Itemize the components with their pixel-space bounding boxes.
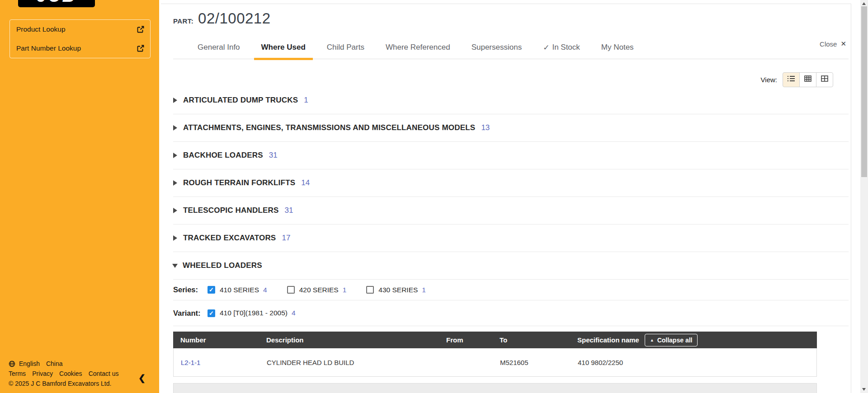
view-table-button[interactable] (816, 72, 833, 87)
external-link-icon (137, 26, 144, 33)
series-option-410[interactable]: ✓ 410 SERIES 4 (208, 286, 267, 294)
vertical-scrollbar[interactable] (860, 0, 868, 393)
view-toggle-row: View: (761, 71, 833, 88)
category-label: ATTACHMENTS, ENGINES, TRANSMISSIONS AND … (183, 123, 475, 132)
jcb-logo: JCB (18, 0, 95, 7)
tab-label: Where Referenced (386, 43, 450, 52)
category-count: 1 (304, 96, 308, 105)
tab-label: My Notes (601, 43, 634, 52)
chevron-down-icon (172, 264, 178, 268)
category-label: WHEELED LOADERS (183, 261, 262, 270)
checkbox-checked-icon[interactable]: ✓ (208, 286, 215, 294)
checkbox-unchecked-icon[interactable] (366, 286, 374, 294)
option-label: 430 SERIES (378, 286, 418, 294)
tab-my-notes[interactable]: My Notes (594, 36, 641, 59)
privacy-link[interactable]: Privacy (32, 370, 53, 377)
language-selector[interactable]: English (19, 360, 40, 367)
main-content: PART: 02/100212 Close ✕ General Info Whe… (159, 0, 860, 393)
check-icon: ✓ (543, 43, 549, 52)
category-attachments-engines[interactable]: ATTACHMENTS, ENGINES, TRANSMISSIONS AND … (173, 114, 849, 142)
cookies-link[interactable]: Cookies (59, 370, 82, 377)
tab-supersessions[interactable]: Supersessions (464, 36, 529, 59)
chevron-right-icon (173, 235, 177, 241)
tab-child-parts[interactable]: Child Parts (320, 36, 372, 59)
terms-link[interactable]: Terms (9, 370, 26, 377)
tab-bar: General Info Where Used Child Parts Wher… (173, 36, 849, 59)
tab-label: Supersessions (472, 43, 522, 52)
column-header-description: Description (259, 336, 439, 344)
table-row: L2-1-1 CYLINDER HEAD LD BUILD M521605 41… (173, 348, 817, 377)
category-label: ROUGH TERRAIN FORKLIFTS (183, 178, 295, 187)
category-wheeled-loaders[interactable]: WHEELED LOADERS (173, 252, 849, 280)
country-selector[interactable]: China (46, 360, 63, 367)
part-number-lookup-label: Part Number Lookup (16, 44, 81, 52)
next-section-partial (173, 383, 817, 393)
lookup-menu: Product Lookup Part Number Lookup (9, 19, 151, 58)
column-header-to: To (492, 336, 570, 344)
scroll-up-icon[interactable] (862, 2, 866, 5)
globe-icon (9, 360, 15, 367)
view-list-button[interactable] (783, 72, 800, 87)
option-count: 4 (263, 286, 267, 294)
scrollbar-thumb[interactable] (861, 6, 867, 177)
category-count: 17 (282, 234, 290, 243)
collapse-all-button[interactable]: ▲ Collapse all (645, 334, 698, 346)
sidebar-collapse-icon[interactable]: ❮ (138, 373, 146, 383)
column-header-number: Number (173, 336, 259, 344)
column-header-specification-name: Specification name (577, 336, 639, 344)
checkbox-unchecked-icon[interactable] (287, 286, 295, 294)
cell-description: CYLINDER HEAD LD BUILD (259, 359, 439, 366)
category-articulated-dump-trucks[interactable]: ARTICULATED DUMP TRUCKS 1 (173, 87, 849, 114)
view-grid-button[interactable] (799, 72, 816, 87)
variant-label: Variant: (173, 309, 208, 318)
view-label: View: (761, 76, 777, 84)
view-toggle-group (783, 72, 833, 87)
table-header: Number Description From To Specification… (173, 332, 817, 348)
variant-filter-row: Variant: ✓ 410 [T0](1981 - 2005) 4 (173, 300, 849, 326)
sidebar-item-part-number-lookup[interactable]: Part Number Lookup (10, 39, 150, 58)
chevron-right-icon (173, 125, 177, 131)
part-header: PART: 02/100212 (173, 10, 271, 27)
tab-label: In Stock (552, 43, 580, 52)
tab-where-used[interactable]: Where Used (254, 36, 313, 59)
option-count: 1 (343, 286, 347, 294)
category-telescopic-handlers[interactable]: TELESCOPIC HANDLERS 31 (173, 197, 849, 225)
chevron-right-icon (173, 153, 177, 158)
cell-to: M521605 (493, 359, 571, 366)
contact-us-link[interactable]: Contact us (89, 370, 119, 377)
cell-specification-name: 410 9802/2250 (571, 359, 816, 366)
copyright-text: © 2025 J C Bamford Excavators Ltd. (9, 380, 111, 387)
variant-option-410-t0[interactable]: ✓ 410 [T0](1981 - 2005) 4 (208, 309, 296, 317)
category-backhoe-loaders[interactable]: BACKHOE LOADERS 31 (173, 142, 849, 169)
category-rough-terrain-forklifts[interactable]: ROUGH TERRAIN FORKLIFTS 14 (173, 169, 849, 197)
category-count: 31 (285, 206, 293, 215)
series-option-430[interactable]: 430 SERIES 1 (366, 286, 426, 294)
series-filter-row: Series: ✓ 410 SERIES 4 420 SERIES 1 430 … (173, 280, 849, 300)
sidebar-item-product-lookup[interactable]: Product Lookup (10, 20, 150, 39)
category-count: 13 (481, 123, 490, 132)
tab-in-stock[interactable]: ✓ In Stock (536, 36, 587, 59)
series-option-420[interactable]: 420 SERIES 1 (287, 286, 347, 294)
option-label: 410 [T0](1981 - 2005) (220, 309, 288, 317)
category-label: BACKHOE LOADERS (183, 151, 263, 160)
series-label: Series: (173, 285, 208, 294)
tab-label: Child Parts (327, 43, 364, 52)
scroll-down-icon[interactable] (862, 388, 866, 391)
tab-where-referenced[interactable]: Where Referenced (378, 36, 458, 59)
part-number: 02/100212 (198, 10, 271, 27)
option-label: 410 SERIES (220, 286, 259, 294)
sidebar-footer: English China Terms Privacy Cookies Cont… (9, 359, 119, 388)
column-header-from: From (439, 336, 492, 344)
external-link-icon (137, 45, 144, 52)
tab-general-info[interactable]: General Info (190, 36, 247, 59)
option-label: 420 SERIES (299, 286, 339, 294)
option-count: 1 (422, 286, 426, 294)
category-count: 31 (269, 151, 278, 160)
category-tracked-excavators[interactable]: TRACKED EXCAVATORS 17 (173, 225, 849, 252)
part-number-link[interactable]: L2-1-1 (181, 359, 200, 366)
part-label: PART: (173, 17, 193, 25)
category-count: 14 (301, 178, 310, 187)
sidebar: JCB Product Lookup Part Number Lookup (0, 0, 159, 393)
checkbox-checked-icon[interactable]: ✓ (208, 309, 215, 317)
category-label: TRACKED EXCAVATORS (183, 234, 276, 243)
